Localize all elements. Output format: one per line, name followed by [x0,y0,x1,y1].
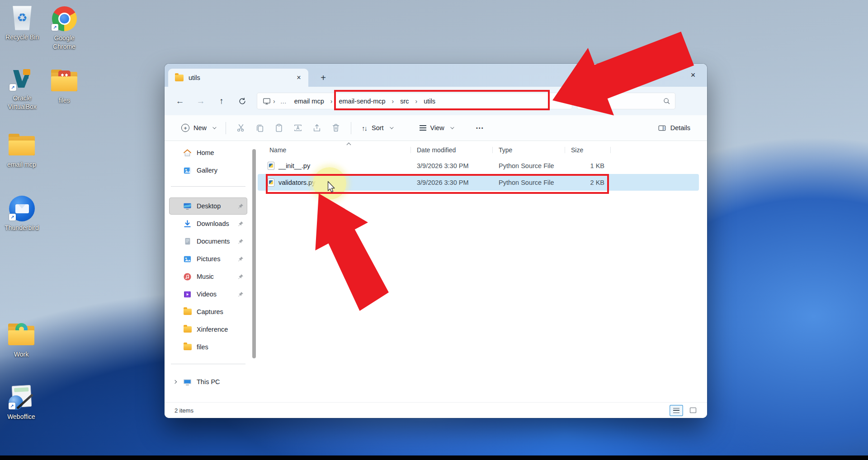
desktop-icon-label: email mcp [7,160,36,169]
recycle-bin-icon: ♻ [12,5,33,30]
more-options-button[interactable]: ••• [471,119,490,136]
view-button[interactable]: View [415,121,458,135]
file-name: __init__.py [278,162,310,169]
videos-icon [183,290,192,299]
toolbar-divider [226,122,226,134]
forward-button[interactable]: → [193,93,209,109]
desktop-screen: ♻ Recycle Bin ↗ Google Chrome ↗ Oracle V… [0,0,868,460]
desktop-icon-thunderbird[interactable]: ↗ Thunderbird [0,195,43,232]
pin-icon [238,221,244,227]
desktop-icon-work[interactable]: Work [0,322,42,359]
sidebar-item-label: Xinference [197,326,228,333]
sidebar-item-captures[interactable]: Captures [169,303,247,320]
sidebar-item-label: Music [197,273,214,280]
folder-icon [9,135,35,155]
breadcrumb-utils[interactable]: utils [420,96,439,106]
rename-button[interactable] [288,119,307,136]
sidebar-item-this-pc[interactable]: This PC [169,373,247,390]
desktop-icon-label: Weboffice [7,413,35,421]
desktop-icon-recycle-bin[interactable]: ♻ Recycle Bin [1,5,43,42]
file-row-validators-py[interactable]: validators.py 3/9/2026 3:30 PM Python So… [258,174,699,191]
desktop-icon-files[interactable]: files [43,68,85,105]
chevron-right-icon: › [391,98,396,105]
cut-button[interactable] [231,119,250,136]
sidebar-item-music[interactable]: Music [169,268,247,285]
file-explorer-window: utils × + × ← → ↑ › … [165,64,707,418]
pin-icon [238,291,244,297]
share-button[interactable] [307,119,326,136]
new-tab-button[interactable]: + [315,69,332,87]
desktop-monitor-icon [183,202,192,211]
sidebar-item-downloads[interactable]: Downloads [169,215,247,232]
thumbnail-view-icon [690,408,696,413]
view-button-label: View [430,124,444,131]
sidebar-item-documents[interactable]: Documents [169,233,247,250]
breadcrumb-email-send-mcp[interactable]: email-send-mcp [335,96,389,106]
sidebar-item-label: Downloads [197,220,229,227]
desktop-icon-email-mcp[interactable]: email mcp [0,132,43,169]
folder-icon [183,326,192,333]
list-view-icon [673,408,679,413]
file-name: validators.py [278,179,315,186]
window-close-button[interactable]: × [683,67,703,83]
search-input[interactable]: utils [577,93,675,109]
column-header-size[interactable]: Size [571,146,607,154]
back-button[interactable]: ← [172,93,188,109]
tab-utils[interactable]: utils × [168,69,308,87]
chevron-down-icon [390,125,393,129]
copy-button[interactable] [250,119,269,136]
sidebar-item-label: files [197,343,208,351]
rename-icon [293,123,302,132]
details-view-toggle[interactable] [670,405,683,416]
breadcrumb-email-mcp[interactable]: email mcp [290,96,328,106]
file-size: 1 KB [571,162,607,169]
items-count: 2 items [175,407,193,414]
sidebar-scrollbar[interactable] [252,149,256,358]
file-row-init-py[interactable]: __init__.py 3/9/2026 3:30 PM Python Sour… [258,157,699,174]
sort-button[interactable]: ↑↓ Sort [357,121,397,136]
sidebar-item-label: Gallery [197,167,217,174]
sidebar-item-home[interactable]: Home [169,144,247,161]
plus-circle-icon: + [181,124,189,132]
navigation-pane: Home Gallery Desktop [165,141,252,402]
column-header-name[interactable]: Name [268,146,417,154]
desktop-icon-weboffice[interactable]: ↗ Weboffice [0,384,42,421]
breadcrumb-src[interactable]: src [396,96,413,106]
sidebar-item-gallery[interactable]: Gallery [169,162,247,179]
sidebar-item-videos[interactable]: Videos [169,286,247,303]
chevron-down-icon [450,125,454,129]
shortcut-arrow-icon: ↗ [9,84,16,91]
new-button[interactable]: + New [176,120,220,136]
sidebar-item-label: Home [197,149,214,156]
large-thumbnails-view-toggle[interactable] [686,405,700,416]
file-list: Name Date modified Type Size __init__.py… [252,141,707,402]
sidebar-item-pictures[interactable]: Pictures [169,250,247,268]
chevron-right-icon: › [272,98,277,105]
sort-button-label: Sort [372,124,384,131]
paste-button[interactable] [269,119,288,136]
sidebar-item-files[interactable]: files [169,338,247,356]
tab-title: utils [189,74,288,81]
sidebar-item-desktop[interactable]: Desktop [169,197,247,215]
refresh-button[interactable] [234,93,250,109]
desktop-icon-google-chrome[interactable]: ↗ Google Chrome [43,5,85,51]
tab-close-icon[interactable]: × [293,72,305,84]
address-overflow-icon[interactable]: … [278,98,289,105]
delete-button[interactable] [326,119,345,136]
search-text: utils [583,98,663,105]
copy-icon [255,123,264,132]
column-header-date-modified[interactable]: Date modified [417,146,499,154]
sidebar-item-xinference[interactable]: Xinference [169,321,247,338]
expand-chevron-icon[interactable] [172,380,178,383]
documents-icon [183,237,192,245]
desktop-icon-oracle-virtualbox[interactable]: ↗ Oracle VirtualBox [1,66,43,111]
details-pane-button[interactable]: Details [653,120,695,136]
tab-bar: utils × + × [165,64,707,87]
desktop-icon-label: Oracle VirtualBox [1,94,43,111]
pin-icon [238,203,244,209]
address-breadcrumb-bar[interactable]: › … email mcp › email-send-mcp › src › u… [257,93,572,109]
chevron-down-icon [212,125,216,129]
column-header-type[interactable]: Type [499,146,571,154]
details-pane-icon [658,124,666,132]
up-button[interactable]: ↑ [213,93,230,109]
